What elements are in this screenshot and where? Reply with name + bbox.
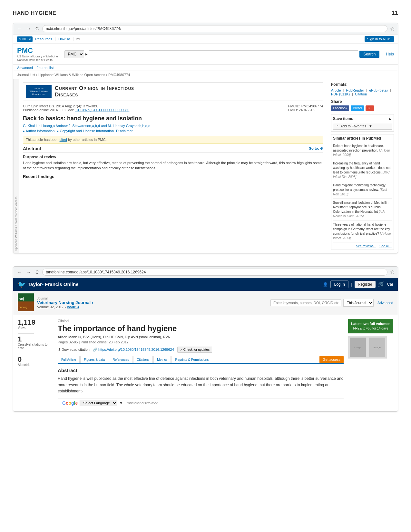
tab-full-article[interactable]: Full Article (58, 356, 80, 363)
similar-article-1-text: Role of hand hygiene in healthcare-assoc… (333, 144, 384, 152)
tfo-search-input[interactable] (270, 299, 341, 306)
twitter-share-button[interactable]: Twitter (351, 105, 364, 111)
advanced-search-link[interactable]: Advanced (377, 301, 393, 305)
tfo-journal-left: vnj nursing Journal Veterinary Nursing J… (18, 293, 93, 312)
tfo-abstract-title: Abstract (58, 368, 344, 373)
abstract-title: Abstract (23, 146, 41, 151)
back-button-tfo[interactable]: ← (16, 270, 23, 275)
check-updates-button[interactable]: ✓ Check for updates (177, 347, 212, 353)
star-icon: ☆ (336, 124, 339, 128)
format-links: Article | PubReader | ePub (beta) | PDF … (331, 88, 394, 96)
tfo-metrics-column: 1,119 Views 1 CrossRef citations to date… (18, 319, 53, 408)
article-thumbnail: image image (348, 336, 387, 359)
share-row: Facebook Twitter G+ (331, 105, 394, 111)
page-title: HAND HYGIENE (13, 10, 56, 16)
language-select[interactable]: Select Language (80, 400, 117, 406)
refresh-button-tfo[interactable]: C (34, 270, 40, 275)
refresh-button-pmc[interactable]: C (34, 26, 40, 31)
back-button-pmc[interactable]: ← (16, 26, 23, 31)
tab-figures-data[interactable]: Figures & data (80, 356, 108, 363)
tab-citations[interactable]: Citations (133, 356, 153, 363)
journal-list-link[interactable]: Journal list (37, 66, 54, 70)
author-info-link[interactable]: ▸ Author information (23, 129, 54, 133)
format-epub-link[interactable]: ePub (beta) (369, 88, 387, 92)
facebook-share-button[interactable]: Facebook (331, 105, 349, 111)
register-button[interactable]: Register (355, 281, 376, 288)
cart-icon[interactable]: 🛒 (378, 281, 385, 287)
similar-articles-title: Similar articles in PubMed (333, 136, 392, 141)
views-label: Views (18, 326, 53, 330)
bird-icon: 🐦 (18, 281, 26, 288)
copyright-link[interactable]: Copyright and License Information (60, 129, 114, 133)
similar-articles-list: Role of hand hygiene in healthcare-assoc… (333, 144, 392, 242)
tab-metrics[interactable]: Metrics (153, 356, 171, 363)
tab-references[interactable]: References (109, 356, 132, 363)
pmc-search-input[interactable] (89, 50, 358, 58)
issue-link[interactable]: Issue 3 (67, 305, 79, 309)
journal-banner: LippincottWilliams & Wilkins Open Access… (23, 82, 323, 101)
get-access-button[interactable]: Get access (319, 356, 344, 363)
ncbi-logo: ⚕ NCBI (17, 36, 33, 42)
pmc-logo-area: PMC US National Library of MedicineNatio… (17, 46, 58, 62)
cited-link[interactable]: cited (60, 138, 67, 142)
browser-toolbar-pmc: ← → C ncbi.nlm.nih.gov/pmc/articles/PMC4… (13, 23, 398, 34)
format-article-link[interactable]: Article (331, 88, 341, 92)
favorites-dropdown-icon[interactable]: ▼ (369, 124, 372, 128)
pmc-db-select[interactable]: PMC (64, 50, 84, 58)
tfo-topbar-right: 👤 Log In | Register 🛒 Car (323, 281, 393, 288)
bookmark-icon-tfo[interactable]: ☆ (390, 269, 395, 275)
tfo-right-column: Latest two full volumes FREE to you for … (348, 319, 393, 408)
crossmark-icon: ✓ (180, 348, 182, 351)
go-to-link[interactable]: Go to: ⊙ (309, 146, 323, 151)
page-header: HAND HYGIENE 11 (13, 6, 398, 23)
address-bar-pmc[interactable]: ncbi.nlm.nih.gov/pmc/articles/PMC4986774… (42, 25, 387, 32)
pmc-article-wrapper: Lippincott Williams & Wilkins Open Acces… (13, 79, 398, 253)
login-button[interactable]: Log In (330, 281, 348, 288)
format-pubreader-link[interactable]: PubReader (346, 88, 364, 92)
forward-button-tfo[interactable]: → (25, 270, 32, 275)
tab-reprints[interactable]: Reprints & Permissions (171, 356, 212, 363)
howto-link[interactable]: How To (58, 37, 70, 41)
formats-title: Formats: (331, 82, 394, 87)
journal-open-access: Open Access (27, 93, 50, 96)
tfo-journal-name[interactable]: Veterinary Nursing Journal › (37, 300, 93, 305)
save-items-label: Save items (333, 116, 353, 121)
pmc-header: PMC US National Library of MedicineNatio… (13, 44, 398, 65)
tfo-action-row: ⬇ Download citation 🔗 https://doi.org/10… (58, 347, 344, 353)
forward-button-pmc[interactable]: → (25, 26, 32, 31)
save-items-header: Save items ▲ (333, 116, 392, 121)
expand-icon[interactable]: ▲ (387, 116, 392, 121)
pmcid: PMCID: PMC4986774 (288, 104, 323, 108)
crossref-label: CrossRef citations to date (18, 343, 53, 350)
article-doi-link[interactable]: 10.1097/QCO.0000000000000080 (75, 108, 129, 112)
tfo-body: 1,119 Views 1 CrossRef citations to date… (13, 315, 398, 411)
pmid: PMID: 24945613 (288, 108, 323, 112)
see-reviews-link[interactable]: See reviews... (356, 244, 376, 248)
see-all-link[interactable]: See all... (379, 244, 392, 248)
ncbi-logo-icon: ⚕ (19, 37, 21, 41)
download-citation-button[interactable]: ⬇ Download citation (58, 348, 90, 352)
doi-link[interactable]: 🔗 https://doi.org/10.1080/17415349.2016.… (93, 348, 174, 352)
browser-frame-pmc: ← → C ncbi.nlm.nih.gov/pmc/articles/PMC4… (13, 23, 398, 253)
svg-text:vnj: vnj (19, 297, 24, 300)
signin-button[interactable]: Sign in to NCBI (365, 36, 394, 42)
resources-link[interactable]: Resources (35, 37, 52, 41)
bookmark-icon-pmc[interactable]: ☆ (390, 26, 395, 32)
this-journal-select[interactable]: This Journal (343, 299, 374, 307)
disclaimer-link[interactable]: Disclaimer (116, 129, 132, 133)
crossref-count: 1 (18, 336, 53, 343)
crossref-metric: 1 CrossRef citations to date (18, 336, 53, 350)
add-favorites-label: Add to Favorites (340, 124, 366, 128)
svg-text:nursing: nursing (19, 306, 27, 309)
advanced-link[interactable]: Advanced (17, 66, 33, 70)
format-citation-link[interactable]: Citation (355, 92, 367, 96)
help-link[interactable]: Help (386, 52, 394, 56)
pmc-search-button[interactable]: Search (359, 51, 379, 58)
format-pdf-link[interactable]: PDF (311K) (331, 92, 350, 96)
address-bar-tfo[interactable]: tandfonline.com/doi/abs/10.1080/17415349… (42, 269, 387, 276)
page-number: 11 (392, 10, 398, 16)
add-favorites-button[interactable]: ☆ Add to Favorites ▼ (333, 123, 392, 130)
pmc-logo-subtitle: US National Library of MedicineNational … (17, 55, 58, 62)
googleplus-share-button[interactable]: G+ (366, 105, 374, 111)
cited-text: This article has been (26, 138, 60, 142)
